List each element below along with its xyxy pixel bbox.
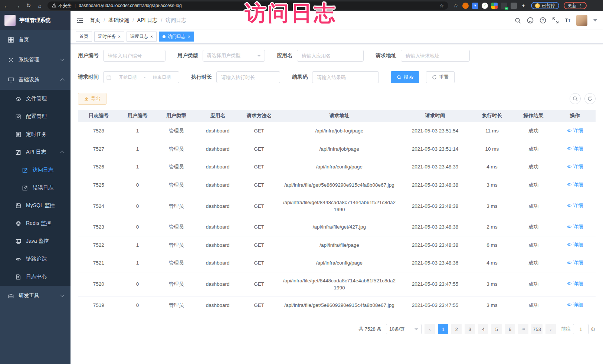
breadcrumb-item[interactable]: 首页 (90, 17, 100, 24)
breadcrumb-item[interactable]: API 日志 (137, 17, 157, 24)
goto-page-input[interactable] (573, 324, 589, 334)
sidebar-item-定时任务[interactable]: 定时任务 (0, 125, 71, 143)
detail-link[interactable]: 详细 (567, 241, 583, 248)
page-button-4[interactable]: 4 (478, 324, 488, 334)
page-button-3[interactable]: 3 (465, 324, 475, 334)
page-size-select[interactable]: 10条/页 (386, 324, 422, 334)
cell-app-name: dashboard (197, 140, 239, 158)
close-icon[interactable]: × (118, 35, 121, 39)
sidebar-item-访问日志[interactable]: 访问日志 (0, 161, 71, 179)
orange-extension-icon[interactable] (462, 3, 469, 9)
help-icon[interactable]: ? (540, 17, 546, 24)
detail-link[interactable]: 详细 (567, 280, 583, 287)
sidebar-item-日志中心[interactable]: 日志中心 (0, 268, 71, 286)
pin-extension-icon[interactable]: ✦ (520, 3, 527, 9)
search-icon[interactable] (515, 17, 521, 24)
sidebar-item-错误日志[interactable]: 错误日志 (0, 179, 71, 197)
export-button[interactable]: 导出 (78, 93, 106, 105)
detail-link[interactable]: 详细 (567, 181, 583, 188)
back-icon[interactable]: ← (3, 3, 10, 9)
not-secure-warning[interactable]: 不安全 (52, 3, 72, 9)
update-button[interactable]: 更新 ⋮ (564, 2, 587, 9)
hamburger-icon[interactable] (76, 17, 84, 23)
page-button-2[interactable]: 2 (451, 324, 462, 334)
sidebar-item-研发工具[interactable]: 研发工具 (0, 286, 71, 306)
page-button-753[interactable]: 753 (531, 324, 543, 334)
sidebar-item-label: 基础设施 (19, 76, 39, 83)
sidebar-item-java-监控[interactable]: Java 监控 (0, 232, 71, 250)
range-separator: - (144, 75, 145, 80)
用户编号-input[interactable] (103, 50, 166, 62)
cell-url: /api/infra/config/page (280, 254, 399, 272)
reload-icon[interactable]: ↻ (25, 2, 32, 9)
cell-app-name: dashboard (197, 254, 239, 272)
script-extension-icon[interactable] (511, 3, 517, 9)
sidebar-item-redis-监控[interactable]: Redis 监控 (0, 214, 71, 232)
用户类型-select[interactable]: 请选择用户类型 (203, 50, 265, 62)
sidebar-item-系统管理[interactable]: 系统管理 (0, 50, 71, 70)
detail-link[interactable]: 详细 (567, 163, 583, 170)
结果码-input[interactable] (312, 71, 379, 83)
download-icon (84, 96, 89, 101)
font-size-icon[interactable]: TT (565, 17, 570, 23)
detail-link[interactable]: 详细 (567, 301, 583, 308)
next-page-button[interactable]: › (545, 324, 556, 334)
请求地址-input[interactable] (401, 50, 470, 62)
prev-page-button[interactable]: ‹ (425, 324, 435, 334)
avatar[interactable] (576, 15, 587, 26)
paused-badge[interactable]: 已暂停 (531, 2, 559, 9)
sidebar-item-文件管理[interactable]: 文件管理 (0, 90, 71, 108)
search-button[interactable]: 搜索 (391, 71, 419, 83)
sidebar-item-首页[interactable]: 首页 (0, 30, 71, 50)
cell-time: 2021-05-03 23:51:54 (399, 122, 471, 140)
sidebar-item-配置管理[interactable]: 配置管理 (0, 108, 71, 125)
sidebar-logo[interactable]: 芋道管理系统 (0, 11, 71, 30)
detail-link[interactable]: 详细 (567, 259, 583, 266)
close-icon[interactable]: × (188, 35, 190, 39)
page-button-5[interactable]: 5 (491, 324, 502, 334)
date-range-picker[interactable]: 开始日期-结束日期 (103, 71, 179, 83)
an-extension-icon[interactable]: an (501, 3, 507, 9)
breadcrumb-item[interactable]: 基础设施 (108, 17, 129, 24)
tab-首页[interactable]: 首页 (76, 32, 92, 42)
close-icon[interactable]: × (150, 35, 153, 39)
green-extension-icon[interactable]: ✓ (482, 3, 488, 9)
fullscreen-icon[interactable] (552, 17, 559, 24)
sidebar-item-api-日志[interactable]: API 日志 (0, 143, 71, 161)
home-icon[interactable]: ⌂ (36, 3, 43, 9)
detail-link[interactable]: 详细 (567, 223, 583, 230)
shield-extension-icon[interactable]: ▼ (472, 3, 478, 9)
tab-调度日志[interactable]: 调度日志× (127, 32, 157, 42)
sidebar-item-链路追踪[interactable]: 链路追踪 (0, 250, 71, 268)
执行时长-input[interactable] (216, 71, 280, 83)
column-header: 日志编号 (78, 110, 119, 122)
sidebar-item-mysql-监控[interactable]: MySQL 监控 (0, 197, 71, 214)
page-button-1[interactable]: 1 (438, 324, 448, 334)
应用名-input[interactable] (297, 50, 364, 62)
bookmark-star-icon[interactable]: ☆ (439, 3, 444, 9)
star-extension-icon[interactable]: ✩ (453, 3, 459, 9)
start-date-placeholder: 开始日期 (114, 74, 142, 81)
page-button-6[interactable]: 6 (505, 324, 515, 334)
forward-icon[interactable]: → (14, 3, 21, 9)
tab-访问日志[interactable]: 访问日志× (159, 32, 194, 42)
cell-time: 2021-05-03 23:51:14 (399, 140, 471, 158)
menu-dots-icon[interactable]: ⋮ (579, 3, 583, 8)
github-icon[interactable] (527, 17, 534, 24)
sidebar-item-基础设施[interactable]: 基础设施 (0, 70, 71, 90)
refresh-circle-icon[interactable] (584, 93, 596, 104)
reset-button[interactable]: 重置 (426, 71, 455, 83)
grid-extension-icon[interactable] (491, 3, 498, 9)
monitor-icon (7, 77, 14, 83)
page-content: 用户编号用户类型请选择用户类型应用名请求地址 请求时间开始日期-结束日期执行时长… (71, 44, 603, 364)
tab-定时任务[interactable]: 定时任务× (94, 32, 124, 42)
chevron-down-icon[interactable] (593, 19, 597, 22)
detail-link[interactable]: 详细 (567, 127, 583, 134)
detail-link[interactable]: 详细 (567, 145, 583, 152)
goto-label: 前往 (561, 326, 571, 332)
search-circle-icon[interactable] (570, 93, 581, 104)
table-row: 75200管理员dashboardGET/api/infra/file/get/… (78, 272, 596, 296)
more-pages-button[interactable]: ••• (518, 324, 528, 334)
column-header: 操作 (554, 110, 596, 122)
detail-link[interactable]: 详细 (567, 202, 583, 209)
